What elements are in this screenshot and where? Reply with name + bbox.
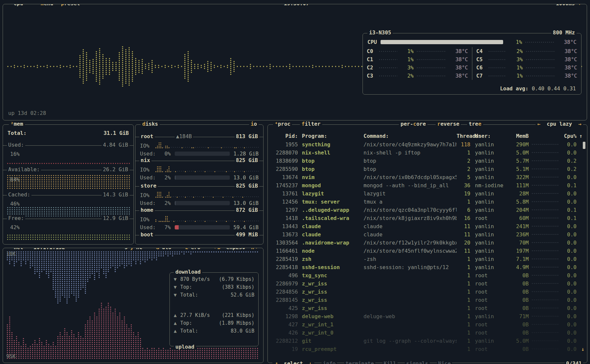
core-row: C32%38°C xyxy=(363,72,472,80)
process-row[interactable]: 1838699btopbtop2yanlin5.7M0.2 xyxy=(268,157,587,165)
process-row[interactable]: 426z_wr_int_01root0B0.0 xyxy=(268,329,587,337)
process-row[interactable]: 19rcu_preempt1root0B0.0 xyxy=(268,345,587,353)
process-row[interactable]: 13761lazygitlazygit19yanlin28M0.0 xyxy=(268,190,587,198)
download-stat-row: ▼870 Byte/s(6.79 Kibps) xyxy=(170,275,258,283)
core-usage-percent: 1% xyxy=(508,64,523,71)
kill-button[interactable]: Kill xyxy=(383,360,398,364)
process-row[interactable]: 2288145z_wr_iss1root0B0.0 xyxy=(268,296,587,304)
process-cpu-graph xyxy=(531,150,559,155)
reverse-toggle[interactable]: reverse xyxy=(436,121,461,127)
cpu-total-meter xyxy=(381,40,503,44)
core-usage-percent: 2% xyxy=(399,73,414,79)
col-user[interactable]: User: xyxy=(475,132,508,140)
mem-free-percent: 42% xyxy=(10,224,20,230)
process-panel-title[interactable]: ⁴proc xyxy=(273,121,292,127)
mem-total-row: Total:31.1 GiB xyxy=(8,130,129,136)
process-row[interactable]: 1418.tailscaled-wra/nix/store/k8jgiaxrz8… xyxy=(268,214,587,222)
process-row[interactable]: 1955syncthing/nix/store/c4q9zmkzy9awy7h7… xyxy=(268,140,587,149)
select-down-icon[interactable]: ↓ xyxy=(307,360,313,364)
process-cpu-graph xyxy=(531,338,559,343)
mem-used-divider: Used:4.84 GiB xyxy=(3,145,133,146)
disks-panel: disks io root▲184B813 GiBIO%Used:0%1.28 … xyxy=(135,124,264,245)
net-auto-toggle[interactable]: auto xyxy=(153,248,174,250)
process-row[interactable]: 2285419zsh-zsh1yanlin7.1M0.0 xyxy=(268,255,587,263)
core-history-graph xyxy=(379,74,397,78)
btop-screen: ¹cpu menu preset * 19:36:07 - 1000ms + u… xyxy=(0,0,590,364)
memory-panel: ²mem Total:31.1 GiB Used:4.84 GiB 16% Av… xyxy=(3,124,134,245)
process-row[interactable]: 2285418sshd-sessionsshd-session: yanlin@… xyxy=(268,263,587,271)
col-pid[interactable]: Pid: xyxy=(272,132,298,140)
terminate-button[interactable]: terminate xyxy=(344,360,375,364)
process-scrollbar[interactable] xyxy=(583,142,585,149)
network-panel-title[interactable]: ³net xyxy=(9,248,25,250)
cpu-core-panel: i3-N305 800 MHz CPU 1% 38°C C01%38°CC11%… xyxy=(363,33,581,95)
process-cpu-graph xyxy=(531,191,559,196)
disk-io-row: IO% xyxy=(135,215,263,223)
process-row[interactable]: 1303564.navidrome-wrap/nix/store/f12w1yi… xyxy=(268,239,587,247)
cpu-panel-title[interactable]: ¹cpu xyxy=(9,4,25,7)
interval-decrease-button[interactable]: - xyxy=(550,4,553,7)
process-row[interactable]: 13674nvim/nix/store/ix0b67dcdpl05xpagx5x… xyxy=(268,173,587,181)
process-row[interactable]: 2284856z_wr_iss1root0B0.0 xyxy=(268,288,587,296)
disk-io-graph xyxy=(155,142,259,149)
filter-button[interactable]: filter xyxy=(300,121,322,127)
disk-used-meter xyxy=(175,175,230,180)
interval-increase-button[interactable]: + xyxy=(578,4,581,7)
process-row[interactable]: 12456tmux: servertmux a1yanlin5.8M0.0 xyxy=(268,198,587,206)
process-row[interactable]: 1166461node/nix/store/bf45nflf0wylnscwwa… xyxy=(268,247,587,255)
process-row[interactable]: 2285590btopbtop2yanlin5.1M0.2 xyxy=(268,165,587,173)
interval-value: 1000ms xyxy=(556,4,575,7)
disk-divider-boot: boot499 MiB xyxy=(135,235,263,235)
disk-divider-home: home872 GiB xyxy=(135,210,263,211)
select-up-icon[interactable]: ↑ xyxy=(274,360,280,364)
cpu-frequency-label: 800 MHz xyxy=(551,29,577,36)
info-button[interactable]: info xyxy=(322,360,337,364)
col-command[interactable]: Command: xyxy=(364,132,457,140)
nice-button[interactable]: Nice xyxy=(437,360,452,364)
tree-toggle[interactable]: tree xyxy=(467,121,483,127)
signals-button[interactable]: signals xyxy=(405,360,429,364)
disk-io-row: IO% xyxy=(135,166,263,173)
iface-next-button[interactable]: n→ xyxy=(250,248,259,250)
col-program[interactable]: Program: xyxy=(302,132,361,140)
core-temp-graph xyxy=(525,49,556,54)
col-cpu[interactable]: Cpu% xyxy=(561,132,577,140)
sort-next-button[interactable]: → xyxy=(578,121,581,127)
core-row: C71%38°C xyxy=(472,72,581,80)
upload-stat-row-icon: ▲ xyxy=(174,312,180,318)
disks-panel-title[interactable]: disks xyxy=(141,121,160,127)
process-row[interactable]: 2288070nix-shellnix-shell -p iftop1yanli… xyxy=(268,149,587,157)
process-row[interactable]: 1745237mongodmongod --auth --bind_ip_all… xyxy=(268,181,587,190)
net-zero-toggle[interactable]: zero xyxy=(183,248,203,250)
col-threads[interactable]: Threads: xyxy=(457,132,470,140)
col-memb[interactable]: MemB xyxy=(508,132,529,140)
disks-io-toggle[interactable]: io xyxy=(249,121,259,127)
memory-panel-title[interactable]: ²mem xyxy=(9,121,25,127)
process-cpu-graph xyxy=(531,265,559,269)
preset-button[interactable]: preset * xyxy=(59,4,88,7)
core-usage-percent: 1% xyxy=(399,56,414,63)
iface-name: enp2s0 xyxy=(225,248,246,250)
process-row[interactable]: 1298deluge-webdeluge-web1yanlin71M0.0 xyxy=(268,312,587,320)
mem-used-graph xyxy=(7,162,130,165)
process-row[interactable]: 13443claudeclaude11yanlin241M0.0 xyxy=(268,222,587,230)
process-cpu-graph xyxy=(531,257,559,261)
process-row[interactable]: 2286979z_wr_iss1root0B0.0 xyxy=(268,280,587,288)
mem-used-percent: 16% xyxy=(10,151,20,157)
process-row[interactable]: 1297..deluged-wrapp/nix/store/qzc04a3npl… xyxy=(268,206,587,214)
process-row[interactable]: 2288212gitgit log --graph --color=always… xyxy=(268,337,587,345)
scroll-down-icon[interactable]: ↓ xyxy=(581,346,584,352)
process-row[interactable]: 13673claudeclaude11yanlin236M0.0 xyxy=(268,230,587,239)
menu-button[interactable]: menu xyxy=(39,4,55,7)
process-cpu-graph xyxy=(531,314,559,318)
process-cpu-graph xyxy=(531,298,559,302)
process-row[interactable]: 425z_wr_iss1root0B0.0 xyxy=(268,304,587,312)
net-sync-toggle[interactable]: sync xyxy=(122,248,145,250)
per-core-toggle[interactable]: per-core xyxy=(399,121,427,127)
process-row[interactable]: 496txg_sync1root0B0.0 xyxy=(268,271,587,280)
core-temp-graph xyxy=(416,74,446,78)
iface-prev-button[interactable]: ←b xyxy=(213,248,222,250)
core-history-graph xyxy=(488,57,506,62)
sort-prev-button[interactable]: ← xyxy=(537,121,541,127)
process-row[interactable]: 427z_wr_int_11root0B0.0 xyxy=(268,320,587,329)
